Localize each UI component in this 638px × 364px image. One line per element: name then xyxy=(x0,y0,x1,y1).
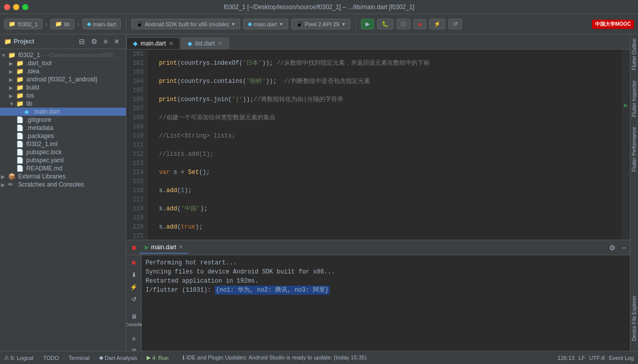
hot-reload-button[interactable]: ⚡ xyxy=(429,19,445,29)
bottom-tab-console[interactable]: 🖥 Console xyxy=(126,311,143,329)
scratches-icon: ✏ xyxy=(8,181,16,188)
status-warnings[interactable]: ⚠ 6: Logcat xyxy=(4,354,33,361)
sidebar-item-dart_tool[interactable]: ▶ 📁 .dart_tool xyxy=(0,59,126,67)
mooc-logo: 中国大学MOOC xyxy=(592,20,634,29)
console-tabs-wrapper: 🖥 Console xyxy=(126,311,143,329)
sidebar-item-gitignore[interactable]: 📄 .gitignore xyxy=(0,116,126,124)
flutter-outline-label[interactable]: Flutter Outline xyxy=(631,38,637,70)
device-arrow: ▼ xyxy=(341,22,346,27)
sdk-label: Android SDK built for x86 (mobile) xyxy=(145,21,229,27)
run-button[interactable]: ▶ xyxy=(361,19,374,29)
console-btn-a[interactable]: ≡ xyxy=(130,334,138,343)
sidebar-close[interactable]: ✕ xyxy=(112,36,122,47)
tree-arrow-dart_tool: ▶ xyxy=(9,61,16,66)
hot-restart-button[interactable]: ↺ xyxy=(448,19,462,29)
status-sep-1: | xyxy=(37,355,39,361)
editor-wrapper: 101102103104105 106107108109110 11111211… xyxy=(126,50,630,351)
sidebar-item-main-dart[interactable]: ◆ main.dart xyxy=(0,108,126,116)
line-ending[interactable]: LF xyxy=(578,355,585,361)
tree-label-f0302_1: f0302_1 – ~/Desktop/lesson/source/f030..… xyxy=(18,52,126,59)
project-breadcrumb-f0302[interactable]: 📁 f0302_1 xyxy=(4,19,42,29)
console-stop-btn2[interactable]: ■ xyxy=(129,257,138,267)
sidebar-collapse-all[interactable]: ⊟ xyxy=(77,36,87,47)
sidebar-options[interactable]: ≡ xyxy=(102,36,110,47)
device-file-explorer-label[interactable]: Device File Explorer xyxy=(631,296,637,341)
sidebar-item-build[interactable]: ▶ 📁 build xyxy=(0,83,126,92)
right-panel: ◆ main.dart ✕ ◆ list.dart ✕ 101102103104… xyxy=(126,34,630,351)
run-config-dropdown[interactable]: ◆ main.dart ▼ xyxy=(243,19,288,29)
sidebar-item-ios[interactable]: ▶ 📁 ios xyxy=(0,92,126,100)
todo-label: TODO xyxy=(43,355,59,361)
encoding[interactable]: UTF-8 xyxy=(589,355,605,361)
console-btn-b[interactable]: ⊞ xyxy=(129,346,139,351)
status-run[interactable]: ▶ 4: Run xyxy=(147,354,168,361)
sidebar-item-scratches[interactable]: ▶ ✏ Scratches and Consoles xyxy=(0,180,126,189)
project-breadcrumb-lib[interactable]: 📁 lib xyxy=(51,19,74,29)
file-icon-metadata: 📄 xyxy=(16,124,24,131)
file-icon-readme: 📄 xyxy=(16,165,24,172)
flutter-performance-label[interactable]: Flutter Performance xyxy=(631,127,637,171)
status-bar-right: 126:13 LF UTF-8 Event Log xyxy=(558,355,634,361)
console-area: ■ ⬇ ⚡ ↺ 🖥 Console ≡ ⊞ xyxy=(126,255,630,351)
sidebar-header: 📁 Project ⊟ ⚙ ≡ ✕ xyxy=(0,34,126,49)
bottom-settings-btn[interactable]: ⚙ xyxy=(607,243,618,253)
cursor-position[interactable]: 126:13 xyxy=(558,355,575,361)
sidebar-item-iml[interactable]: 📄 f0302_1.iml xyxy=(0,140,126,148)
sdk-dropdown-arrow: ▼ xyxy=(231,22,236,27)
sidebar-item-pubspec-yaml[interactable]: 📄 pubspec.yaml xyxy=(0,156,126,164)
sidebar-item-pubspec-lock[interactable]: 📄 pubspec.lock xyxy=(0,148,126,156)
sidebar-item-f0302_1[interactable]: ▼ 📁 f0302_1 – ~/Desktop/lesson/source/f0… xyxy=(0,51,126,59)
minimize-window-btn[interactable] xyxy=(13,4,19,10)
flutter-inspector-label[interactable]: Flutter Inspector xyxy=(631,80,637,117)
console-label: Console xyxy=(126,322,142,327)
tree-label-pubspec-yaml: pubspec.yaml xyxy=(26,157,126,164)
debug-button[interactable]: 🐛 xyxy=(377,19,393,29)
project-breadcrumb-maindart[interactable]: ◆ main.dart xyxy=(82,19,121,29)
terminal-label: Terminal xyxy=(69,355,90,361)
sidebar-item-lib[interactable]: ▼ 📁 lib xyxy=(0,100,126,108)
sidebar-item-idea[interactable]: ▶ 📁 .idea xyxy=(0,67,126,75)
code-content[interactable]: print(countrys.indexOf('日本')); //从数组中找到指… xyxy=(148,50,622,240)
tab-close-list[interactable]: ✕ xyxy=(218,40,222,47)
hot-reload-console-btn[interactable]: ↺ xyxy=(129,295,139,304)
run-tab-close[interactable]: ✕ xyxy=(178,244,183,250)
console-stop-btn[interactable]: ■ xyxy=(128,243,140,252)
folder-icon-ios: 📁 xyxy=(16,92,24,99)
close-window-btn[interactable] xyxy=(4,4,10,10)
bottom-tab-run[interactable]: ▶ main.dart ✕ xyxy=(140,242,188,254)
stop-button[interactable]: ■ xyxy=(414,19,426,29)
folder-icon-build: 📁 xyxy=(16,84,24,91)
sidebar-title: Project xyxy=(14,38,75,45)
tab-close-main[interactable]: ✕ xyxy=(169,40,173,47)
traffic-lights xyxy=(4,4,28,10)
hot-restart-console-btn[interactable]: ⚡ xyxy=(128,283,140,292)
sidebar-item-packages[interactable]: 📄 .packages xyxy=(0,132,126,140)
status-terminal[interactable]: Terminal xyxy=(69,355,90,361)
status-bar: ⚠ 6: Logcat | TODO | Terminal | ◆ Dart A… xyxy=(0,351,638,364)
bottom-toolbar-right: ⚙ − xyxy=(607,243,628,253)
sidebar-settings[interactable]: ⚙ xyxy=(89,36,100,47)
status-todo[interactable]: TODO xyxy=(43,355,59,361)
bottom-panel: ■ ▶ main.dart ✕ ⚙ − ■ ⬇ xyxy=(126,240,630,351)
tree-arrow-ios: ▶ xyxy=(9,93,16,99)
sdk-dropdown[interactable]: 📱 Android SDK built for x86 (mobile) ▼ xyxy=(131,19,240,29)
coverage-button[interactable]: ⬡ xyxy=(396,19,411,29)
sidebar-item-metadata[interactable]: 📄 .metadata xyxy=(0,124,126,132)
tab-main-dart[interactable]: ◆ main.dart ✕ xyxy=(126,37,180,49)
tree-arrow-android: ▶ xyxy=(9,77,16,82)
sidebar-item-android[interactable]: ▶ 📁 android [f0302_1_android] xyxy=(0,75,126,83)
event-log[interactable]: Event Log xyxy=(609,355,634,361)
console-scroll-end[interactable]: ⬇ xyxy=(129,270,139,280)
gutter-indicator: ▸ xyxy=(624,100,628,110)
console-highlight: {no1: 华为, no2: 腾讯, no3: 阿里} xyxy=(215,286,330,295)
bottom-minimize-btn[interactable]: − xyxy=(620,243,628,253)
tree-label-build: build xyxy=(26,84,126,91)
device-dropdown[interactable]: 📱 Pixel 2 API 29 ▼ xyxy=(291,19,350,29)
status-dart-analysis[interactable]: ◆ Dart Analysis xyxy=(99,354,137,361)
folder-icon-dart_tool: 📁 xyxy=(16,60,24,67)
tab-list-dart[interactable]: ◆ list.dart ✕ xyxy=(181,37,229,49)
maximize-window-btn[interactable] xyxy=(22,4,28,10)
sidebar-item-readme[interactable]: 📄 README.md xyxy=(0,164,126,172)
status-sep-4: | xyxy=(141,355,143,361)
sidebar-item-external-libs[interactable]: ▶ 📦 External Libraries xyxy=(0,172,126,180)
